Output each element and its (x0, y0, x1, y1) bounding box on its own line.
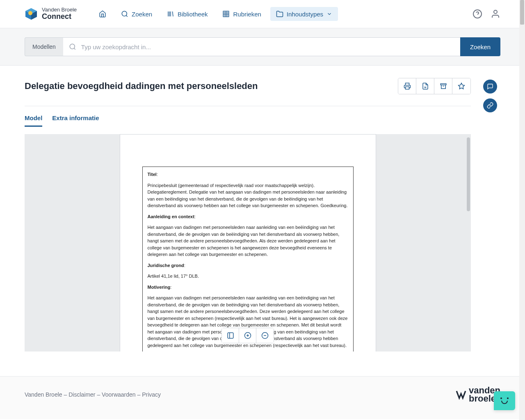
search-icon (69, 43, 76, 50)
nav-rubrieken-label: Rubrieken (233, 11, 261, 18)
nav-inhoudstypes-label: Inhoudstypes (287, 11, 323, 18)
svg-rect-16 (405, 87, 409, 89)
link-icon (487, 102, 493, 109)
footer-privacy[interactable]: Privacy (142, 391, 161, 398)
brand-name: Vanden Broele (42, 7, 77, 13)
doc-aanleiding-label: Aanleiding en context (148, 214, 194, 219)
svg-line-15 (74, 48, 75, 49)
nav-zoeken[interactable]: Zoeken (115, 7, 158, 21)
search-scope-label[interactable]: Modellen (25, 37, 63, 56)
doc-juridisch-label: Juridische grond (148, 263, 184, 268)
svg-rect-21 (228, 333, 233, 338)
viewer-scrollbar[interactable] (467, 137, 470, 211)
chevron-down-icon (326, 11, 332, 17)
svg-rect-18 (441, 84, 446, 85)
main-nav: Zoeken Bibliotheek Rubrieken Inhoudstype… (93, 7, 338, 21)
chat-icon (487, 83, 493, 90)
doc-titel-label: Titel (148, 172, 157, 177)
home-icon (99, 10, 106, 18)
plus-icon (244, 332, 251, 339)
nav-zoeken-label: Zoeken (132, 11, 152, 18)
share-link-button[interactable] (483, 98, 497, 112)
tab-model[interactable]: Model (25, 114, 42, 127)
panel-toggle-button[interactable] (222, 328, 239, 343)
nav-home[interactable] (93, 7, 112, 21)
help-icon[interactable] (472, 9, 482, 19)
archive-icon (440, 82, 447, 90)
logo[interactable]: Vanden Broele Connect (25, 7, 77, 21)
chat-widget[interactable] (494, 391, 515, 410)
svg-point-3 (28, 11, 32, 15)
chat-face-icon (500, 397, 509, 404)
print-button[interactable] (398, 78, 416, 94)
minus-icon (261, 332, 269, 339)
word-download-button[interactable]: W (416, 78, 434, 94)
doc-juridisch-body: Artikel 41,1e lid, 17° DLB. (148, 273, 348, 280)
nav-bibliotheek[interactable]: Bibliotheek (161, 7, 213, 21)
panel-icon (227, 332, 234, 339)
document-page: Titel: Principebesluit (gemeenteraad of … (120, 134, 376, 352)
svg-rect-6 (224, 11, 229, 17)
footer-disclaimer[interactable]: Disclaimer (68, 391, 95, 398)
svg-marker-20 (459, 83, 465, 89)
footer-voorwaarden[interactable]: Voorwaarden (102, 391, 136, 398)
grid-icon (222, 10, 230, 18)
product-name: Connect (42, 13, 77, 21)
nav-bibliotheek-label: Bibliotheek (178, 11, 208, 18)
page-title: Delegatie bevoegdheid dadingen met perso… (25, 81, 258, 91)
search-icon (121, 10, 128, 18)
nav-inhoudstypes[interactable]: Inhoudstypes (270, 7, 338, 21)
footer: Vanden Broele – Disclaimer – Voorwaarden… (0, 376, 525, 419)
document-viewer: Titel: Principebesluit (gemeenteraad of … (25, 134, 471, 352)
doc-aanleiding-body: Het aangaan van dadingen met personeelsl… (148, 224, 348, 258)
doc-titel-body: Principebesluit (gemeenteraad of respect… (148, 182, 348, 209)
svg-point-14 (70, 44, 75, 49)
star-icon (458, 82, 465, 90)
app-header: Vanden Broele Connect Zoeken Bibliotheek… (0, 0, 525, 28)
archive-button[interactable] (434, 78, 452, 94)
nav-rubrieken[interactable]: Rubrieken (217, 7, 267, 21)
viewer-controls (221, 328, 274, 343)
svg-point-4 (122, 11, 127, 16)
footer-links: Vanden Broele – Disclaimer – Voorwaarden… (25, 391, 161, 398)
svg-line-5 (126, 15, 128, 16)
zoom-out-button[interactable] (256, 328, 274, 343)
word-icon: W (422, 82, 429, 90)
favorite-button[interactable] (452, 78, 470, 94)
doc-motivering-label: Motivering (148, 285, 171, 290)
logo-icon (25, 7, 38, 21)
page-scrollbar[interactable] (519, 0, 525, 419)
tab-bar: Model Extra informatie (25, 114, 471, 127)
divider (25, 106, 471, 106)
footer-company[interactable]: Vanden Broele (25, 391, 62, 398)
side-rail (483, 78, 500, 352)
print-icon (404, 82, 411, 90)
vb-logo-icon (456, 389, 466, 400)
library-icon (167, 10, 174, 18)
feedback-button[interactable] (483, 80, 497, 94)
svg-point-13 (494, 10, 497, 14)
search-input[interactable] (63, 38, 460, 56)
zoom-in-button[interactable] (239, 328, 256, 343)
svg-text:W: W (424, 86, 427, 89)
search-bar: Modellen Zoeken (0, 28, 525, 66)
document-toolbar: W (398, 78, 471, 94)
user-icon[interactable] (491, 9, 500, 19)
search-button[interactable]: Zoeken (460, 37, 500, 56)
folder-icon (276, 10, 283, 18)
tab-extra-informatie[interactable]: Extra informatie (52, 114, 99, 127)
